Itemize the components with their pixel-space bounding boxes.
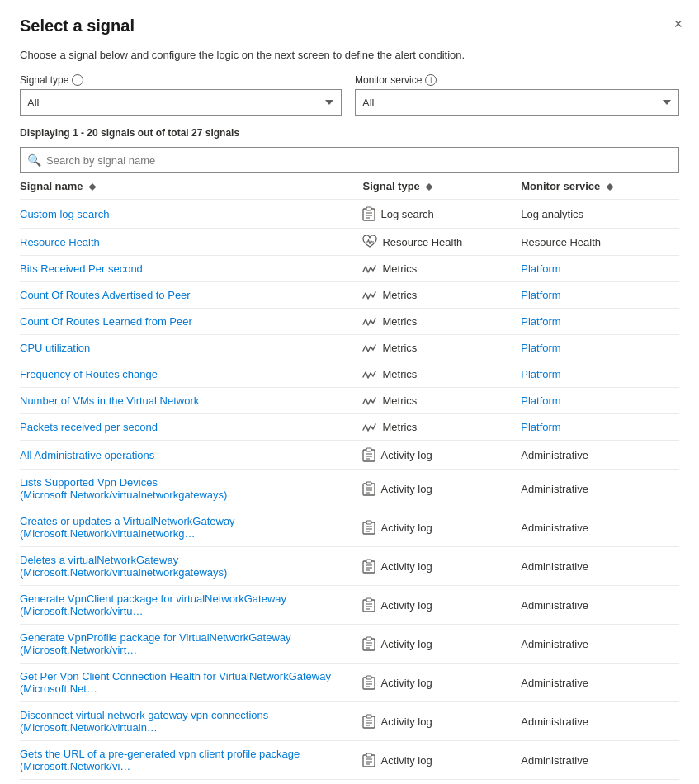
type-icon	[362, 422, 377, 433]
search-input[interactable]	[46, 154, 672, 167]
signal-name-cell: Bits Received Per second	[20, 256, 362, 282]
table-row: Gets the URL of a pre-generated vpn clie…	[20, 741, 679, 780]
signal-name-link[interactable]: Lists Supported Vpn Devices (Microsoft.N…	[20, 476, 227, 501]
monitor-service-text: Administrative	[521, 483, 588, 495]
signal-type-text: Log search	[380, 208, 433, 220]
signal-type-info-icon[interactable]: i	[72, 74, 83, 86]
type-icon	[362, 206, 375, 221]
signal-type-cell: Resource Health	[362, 229, 521, 256]
table-row: Lists Supported Vpn Devices (Microsoft.N…	[20, 470, 679, 508]
signal-type-select-wrapper: All Metrics Log search Activity log Reso…	[20, 89, 342, 116]
signal-name-link[interactable]: Gets the URL of a pre-generated vpn clie…	[20, 748, 300, 772]
signal-type-cell: Activity log	[362, 508, 521, 547]
signal-type-cell: Metrics	[362, 361, 521, 388]
signal-type-cell: Activity log	[362, 586, 521, 625]
signal-type-cell: Metrics	[362, 256, 521, 282]
type-icon	[362, 395, 377, 407]
signal-type-text: Metrics	[382, 368, 417, 380]
monitor-service-cell: Administrative	[521, 780, 679, 785]
monitor-service-cell: Administrative	[521, 625, 679, 664]
type-icon	[362, 636, 375, 651]
signal-name-link[interactable]: Packets received per second	[20, 421, 158, 433]
signal-name-cell: Deletes a virtualNetworkGateway (Microso…	[20, 547, 362, 586]
monitor-service-cell: Platform	[521, 256, 679, 282]
table-row: Count Of Routes Advertised to Peer Metri…	[20, 282, 679, 309]
signal-type-select[interactable]: All Metrics Log search Activity log Reso…	[20, 89, 342, 116]
type-icon	[362, 520, 375, 535]
table-row: All Administrative operations Activity l…	[20, 441, 679, 470]
monitor-service-text: Platform	[521, 289, 560, 301]
monitor-service-cell: Administrative	[521, 441, 679, 470]
col-monitor-service: Monitor service	[521, 173, 679, 200]
signal-name-link[interactable]: Count Of Routes Learned from Peer	[20, 315, 192, 328]
signal-name-link[interactable]: CPU utilization	[20, 342, 90, 354]
table-row: Resource Health Resource HealthResource …	[20, 229, 679, 256]
signal-name-cell: CPU utilization	[20, 335, 362, 361]
table-row: Bits Received Per second MetricsPlatform	[20, 256, 679, 282]
signal-name-link[interactable]: Deletes a virtualNetworkGateway (Microso…	[20, 554, 227, 579]
monitor-service-text: Administrative	[521, 754, 588, 767]
svg-rect-11	[366, 482, 371, 485]
sort-signal-name-icon[interactable]	[89, 183, 96, 191]
monitor-service-cell: Platform	[521, 361, 679, 388]
close-button[interactable]: ×	[673, 17, 682, 31]
table-row: Packets received per second MetricsPlatf…	[20, 414, 679, 441]
signal-name-link[interactable]: Creates or updates a VirtualNetworkGatew…	[20, 515, 235, 540]
monitor-service-cell: Administrative	[521, 547, 679, 586]
panel-title: Select a signal	[20, 17, 679, 35]
monitor-service-cell: Platform	[521, 388, 679, 414]
monitor-service-info-icon[interactable]: i	[425, 74, 437, 86]
signal-name-link[interactable]: Frequency of Routes change	[20, 368, 158, 380]
signal-type-cell: Activity log	[362, 664, 521, 702]
signal-type-text: Metrics	[382, 315, 417, 328]
signal-name-link[interactable]: Bits Received Per second	[20, 262, 143, 275]
signal-name-link[interactable]: Custom log search	[20, 208, 109, 220]
signal-name-cell: Generate VpnProfile package for VirtualN…	[20, 625, 362, 664]
signal-name-link[interactable]: Generate VpnProfile package for VirtualN…	[20, 631, 291, 656]
monitor-service-cell: Platform	[521, 309, 679, 335]
signal-name-link[interactable]: Get Per Vpn Client Connection Health for…	[20, 670, 331, 695]
signal-name-cell: Gets the URL of a pre-generated vpn clie…	[20, 741, 362, 780]
signal-type-cell: Metrics	[362, 414, 521, 441]
signal-name-cell: Packets received per second	[20, 414, 362, 441]
svg-rect-46	[366, 753, 371, 757]
sort-signal-type-icon[interactable]	[426, 183, 432, 191]
signal-name-cell: Count Of Routes Advertised to Peer	[20, 282, 362, 309]
monitor-service-text: Platform	[521, 394, 560, 407]
svg-rect-6	[366, 448, 371, 451]
signal-name-link[interactable]: Generate VpnClient package for virtualNe…	[20, 593, 286, 617]
signal-name-link[interactable]: Count Of Routes Advertised to Peer	[20, 289, 191, 301]
signal-type-text: Metrics	[382, 262, 417, 275]
signal-type-text: Metrics	[382, 421, 417, 433]
monitor-service-text: Administrative	[521, 522, 588, 534]
signal-name-cell: Generate VpnClient package for virtualNe…	[20, 586, 362, 625]
signal-type-cell: Metrics	[362, 335, 521, 361]
signal-name-link[interactable]: Disconnect virtual network gateway vpn c…	[20, 709, 268, 734]
signal-name-link[interactable]: All Administrative operations	[20, 449, 154, 461]
type-icon	[362, 316, 377, 328]
signal-type-cell: Metrics	[362, 282, 521, 309]
signal-type-text: Resource Health	[382, 236, 462, 248]
signal-type-filter-group: Signal type i All Metrics Log search Act…	[20, 74, 342, 116]
signal-name-cell: Number of VMs in the Virtual Network	[20, 388, 362, 414]
signal-name-link[interactable]: Number of VMs in the Virtual Network	[20, 394, 199, 407]
sort-monitor-service-icon[interactable]	[607, 183, 613, 191]
signal-type-text: Metrics	[382, 342, 417, 354]
monitor-service-cell: Administrative	[521, 508, 679, 547]
monitor-service-cell: Platform	[521, 282, 679, 309]
signal-type-text: Activity log	[380, 638, 432, 650]
type-icon	[362, 290, 377, 301]
signal-type-text: Activity log	[380, 560, 432, 573]
signal-type-text: Activity log	[380, 716, 432, 728]
svg-rect-31	[366, 637, 371, 640]
monitor-service-select[interactable]: All Platform Log analytics Resource Heal…	[355, 89, 679, 116]
svg-rect-21	[366, 560, 371, 563]
monitor-service-cell: Administrative	[521, 470, 679, 508]
table-row: Frequency of Routes change MetricsPlatfo…	[20, 361, 679, 388]
signal-type-cell: Activity log	[362, 470, 521, 508]
signal-type-text: Activity log	[380, 599, 432, 612]
signal-type-text: Activity log	[380, 522, 432, 534]
signal-name-link[interactable]: Resource Health	[20, 236, 100, 248]
monitor-service-select-wrapper: All Platform Log analytics Resource Heal…	[355, 89, 679, 116]
select-signal-panel: Select a signal × Choose a signal below …	[0, 0, 699, 784]
